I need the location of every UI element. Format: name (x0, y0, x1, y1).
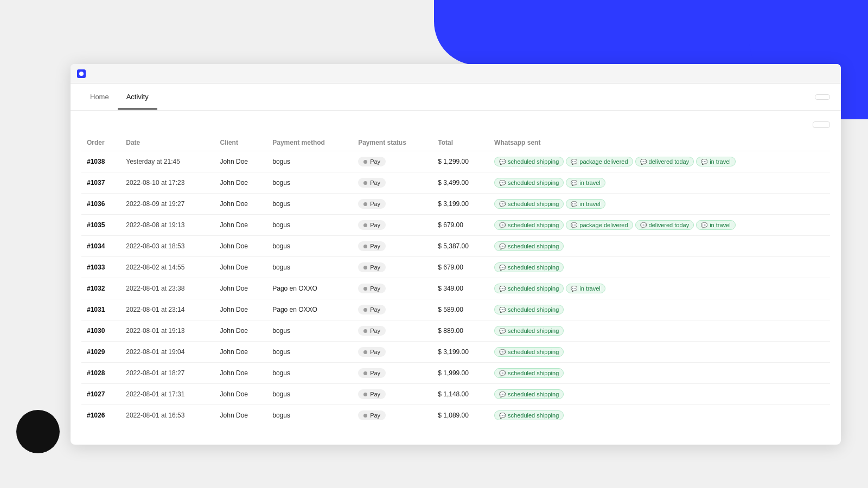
table-row: #10292022-08-01 at 19:04John DoebogusPay… (81, 342, 830, 363)
app-content: Home Activity Order (71, 84, 841, 445)
nav-bar: Home Activity (71, 84, 841, 111)
total-value: $ 1,999.00 (438, 369, 469, 377)
cell-order: #1030 (81, 320, 120, 342)
payment-badge: Pay (358, 347, 386, 357)
cell-payment-method: bogus (267, 342, 353, 363)
payment-badge: Pay (358, 410, 386, 420)
date-value: 2022-08-01 at 23:38 (126, 285, 184, 292)
cell-payment-status: Pay (353, 215, 432, 236)
tab-activity[interactable]: Activity (118, 85, 157, 110)
cell-order: #1028 (81, 363, 120, 384)
payment-badge: Pay (358, 284, 386, 293)
cell-total: $ 349.00 (432, 278, 489, 299)
payment-badge: Pay (358, 220, 386, 230)
cell-date: 2022-08-09 at 19:27 (120, 194, 214, 215)
whatsapp-tags: 💬scheduled shipping💬in travel (494, 178, 825, 188)
order-number: #1032 (87, 285, 105, 292)
whatsapp-tag: 💬scheduled shipping (494, 284, 564, 293)
whatsapp-tags: 💬scheduled shipping💬in travel (494, 199, 825, 209)
cell-date: 2022-08-01 at 17:31 (120, 384, 214, 405)
whatsapp-tag: 💬scheduled shipping (494, 389, 564, 399)
cell-client: John Doe (215, 278, 267, 299)
cell-payment-method: bogus (267, 257, 353, 278)
table-body: #1038Yesterday at 21:45John DoebogusPay$… (81, 151, 830, 426)
cell-whatsapp: 💬scheduled shipping💬in travel (489, 278, 830, 299)
whatsapp-icon: 💬 (499, 265, 506, 271)
whatsapp-tag: 💬scheduled shipping (494, 199, 564, 209)
cell-date: 2022-08-01 at 18:27 (120, 363, 214, 384)
table-row: #10272022-08-01 at 17:31John DoebogusPay… (81, 384, 830, 405)
whatsapp-icon: 💬 (640, 159, 647, 165)
pay-dot (363, 245, 367, 248)
date-value: 2022-08-01 at 23:14 (126, 306, 184, 313)
whatsapp-tag: 💬package delivered (566, 220, 633, 230)
whatsapp-tags: 💬scheduled shipping (494, 305, 825, 314)
total-value: $ 589.00 (438, 306, 463, 313)
cell-total: $ 679.00 (432, 257, 489, 278)
cell-total: $ 3,199.00 (432, 342, 489, 363)
favicon-icon (79, 72, 84, 76)
cell-payment-method: bogus (267, 236, 353, 257)
order-number: #1029 (87, 348, 105, 356)
cell-order: #1029 (81, 342, 120, 363)
whatsapp-tag: 💬scheduled shipping (494, 368, 564, 378)
col-total: Total (432, 134, 489, 151)
cell-client: John Doe (215, 236, 267, 257)
cell-total: $ 679.00 (432, 215, 489, 236)
language-selector[interactable] (815, 94, 830, 100)
order-number: #1034 (87, 242, 105, 250)
tab-home[interactable]: Home (81, 85, 118, 110)
cell-total: $ 889.00 (432, 320, 489, 342)
cell-payment-method: Pago en OXXO (267, 278, 353, 299)
cell-payment-status: Pay (353, 363, 432, 384)
cell-date: 2022-08-10 at 17:23 (120, 172, 214, 194)
table-row: #10372022-08-10 at 17:23John DoebogusPay… (81, 172, 830, 194)
total-value: $ 889.00 (438, 327, 463, 335)
filter-button[interactable] (813, 121, 830, 128)
whatsapp-tag: 💬scheduled shipping (494, 157, 564, 166)
cell-order: #1031 (81, 299, 120, 320)
cell-date: 2022-08-01 at 23:38 (120, 278, 214, 299)
cell-client: John Doe (215, 194, 267, 215)
whatsapp-tag: 💬scheduled shipping (494, 262, 564, 272)
cell-payment-method: bogus (267, 363, 353, 384)
cell-payment-method: bogus (267, 172, 353, 194)
pay-dot (363, 160, 367, 164)
cell-whatsapp: 💬scheduled shipping (489, 405, 830, 426)
total-value: $ 1,089.00 (438, 412, 469, 419)
whatsapp-tags: 💬scheduled shipping (494, 410, 825, 420)
cell-payment-method: bogus (267, 151, 353, 172)
total-value: $ 679.00 (438, 264, 463, 271)
cell-total: $ 1,089.00 (432, 405, 489, 426)
whatsapp-tag: 💬delivered today (635, 220, 694, 230)
cell-total: $ 3,499.00 (432, 172, 489, 194)
whatsapp-icon: 💬 (701, 159, 707, 165)
cell-payment-status: Pay (353, 405, 432, 426)
whatsapp-tags: 💬scheduled shipping (494, 347, 825, 357)
col-payment-method: Payment method (267, 134, 353, 151)
whatsapp-tag: 💬in travel (566, 178, 605, 188)
cell-order: #1033 (81, 257, 120, 278)
total-value: $ 5,387.00 (438, 242, 469, 250)
date-value: 2022-08-01 at 16:53 (126, 412, 184, 419)
pay-dot (363, 181, 367, 185)
cell-client: John Doe (215, 299, 267, 320)
whatsapp-tag: 💬scheduled shipping (494, 347, 564, 357)
payment-badge: Pay (358, 178, 386, 188)
cell-payment-method: bogus (267, 384, 353, 405)
pay-dot (363, 308, 367, 312)
whatsapp-icon: 💬 (499, 370, 506, 376)
cell-order: #1034 (81, 236, 120, 257)
whatsapp-tags: 💬scheduled shipping (494, 326, 825, 336)
browser-window: Home Activity Order (71, 64, 841, 445)
go-circle (16, 410, 60, 453)
order-number: #1028 (87, 369, 105, 377)
cell-date: 2022-08-01 at 23:14 (120, 299, 214, 320)
total-value: $ 1,299.00 (438, 158, 469, 165)
total-value: $ 1,148.00 (438, 390, 469, 398)
cell-whatsapp: 💬scheduled shipping (489, 299, 830, 320)
whatsapp-icon: 💬 (499, 286, 506, 292)
cell-whatsapp: 💬scheduled shipping (489, 342, 830, 363)
cell-payment-method: bogus (267, 215, 353, 236)
browser-favicon (77, 69, 86, 78)
